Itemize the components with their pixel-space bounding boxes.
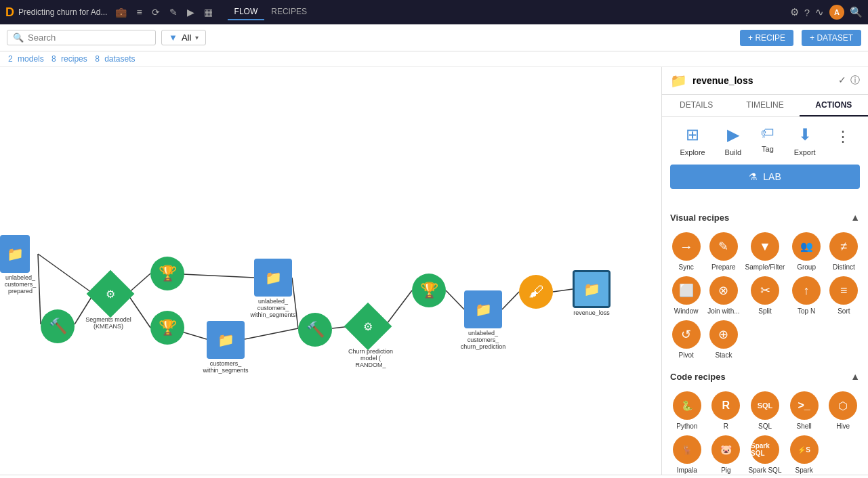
recipe-join[interactable]: ⊗ Join with... <box>707 276 739 315</box>
export-label: Export <box>794 148 816 156</box>
recipe-prepare[interactable]: ✎ Prepare <box>707 232 739 271</box>
svg-line-11 <box>502 292 519 309</box>
recipe-pig[interactable]: 🐷 Pig <box>709 435 743 475</box>
stack-label: Stack <box>715 351 732 359</box>
nav-flow[interactable]: FLOW <box>228 4 265 20</box>
recipe-r[interactable]: R R <box>709 391 743 430</box>
recipe-sparksql[interactable]: Spark SQL Spark SQL <box>748 435 782 475</box>
filter-label: All <box>182 32 191 43</box>
topn-icon: ↑ <box>792 276 821 305</box>
list-icon[interactable]: ≡ <box>132 4 146 20</box>
svg-line-0 <box>38 254 94 294</box>
trophy-icon: 🏆 <box>159 265 177 282</box>
hammer-icon: 🔨 <box>49 318 67 335</box>
trophy-icon-3: 🏆 <box>420 282 438 299</box>
recipe-distinct[interactable]: ≠ Distinct <box>828 232 860 271</box>
activity-icon[interactable]: ∿ <box>815 6 824 18</box>
dataset-customers-within[interactable]: 📁 <box>207 321 245 359</box>
folder-icon-3: 📁 <box>218 332 234 348</box>
user-avatar[interactable]: A <box>829 5 844 20</box>
dataset-unlabeled-prepared[interactable]: 📁 <box>0 235 30 273</box>
recipe-stack[interactable]: ⊕ Stack <box>707 320 739 359</box>
briefcase-icon[interactable]: 💼 <box>111 4 131 20</box>
refresh-icon[interactable]: ⟳ <box>148 4 164 20</box>
info-icon[interactable]: ⓘ <box>850 74 860 87</box>
lab-button[interactable]: ⚗ LAB <box>670 165 860 189</box>
chevron-down-icon: ▾ <box>195 34 199 41</box>
app-logo: D <box>5 5 14 20</box>
checkmark-icon[interactable]: ✓ <box>838 74 846 87</box>
label-customers-within: customers_within_segments <box>199 360 253 374</box>
edit-icon[interactable]: ✎ <box>165 4 182 20</box>
action-explore[interactable]: ⊞ Explore <box>680 125 705 156</box>
action-build[interactable]: ▶ Build <box>725 125 741 156</box>
action-export[interactable]: ⬇ Export <box>794 125 816 156</box>
settings-icon[interactable]: ⚙ <box>790 6 799 18</box>
recipes-link[interactable]: 8 recipes <box>51 54 90 64</box>
prepare-icon: ✎ <box>709 232 738 261</box>
recipe-sort[interactable]: ≡ Sort <box>828 276 860 315</box>
tab-details[interactable]: DETAILS <box>662 95 730 116</box>
sort-label: Sort <box>838 307 850 315</box>
join-icon: ⊗ <box>709 276 738 305</box>
action-tag[interactable]: 🏷 Tag <box>761 125 774 153</box>
search-topbar-icon[interactable]: 🔍 <box>850 6 863 18</box>
recipe-paint[interactable]: 🖌 <box>519 275 553 309</box>
dataset-revenue-loss[interactable]: 📁 <box>573 270 611 308</box>
recipe-prediction[interactable]: ⚙ <box>344 303 392 351</box>
tag-icon: 🏷 <box>761 125 774 141</box>
models-link[interactable]: 2 models <box>8 54 47 64</box>
recipe-sql[interactable]: SQL SQL <box>748 391 782 430</box>
rp-header-icons: ✓ ⓘ <box>838 74 860 87</box>
recipe-window[interactable]: ⬜ Window <box>670 276 702 315</box>
recipe-impala[interactable]: 🦌 Impala <box>670 435 704 475</box>
sparkscala-label: Spark Scala <box>787 466 821 475</box>
recipe-split[interactable]: ✂ Split <box>745 276 785 315</box>
flow-canvas[interactable]: 📁 unlabeled_customers_prepared 🔨 ⚙ Segme… <box>0 67 661 475</box>
rp-actions-content: ⊞ Explore ▶ Build 🏷 Tag ⬇ Export ⋮ <box>662 117 868 208</box>
recipe-hive[interactable]: ⬡ Hive <box>826 391 860 430</box>
recipe-hammer-2[interactable]: 🔨 <box>298 313 332 347</box>
recipe-python[interactable]: 🐍 Python <box>670 391 704 430</box>
recipe-trophy-1[interactable]: 🏆 <box>150 257 184 290</box>
recipe-group[interactable]: 👥 Group <box>790 232 822 271</box>
filter-dropdown[interactable]: ▼ All ▾ <box>161 30 206 45</box>
r-label: R <box>724 422 728 430</box>
sync-icon: → <box>672 232 701 261</box>
recipe-pivot[interactable]: ↺ Pivot <box>670 320 702 359</box>
label-revenue-loss: revenue_loss <box>564 309 619 316</box>
collapse-visual-icon[interactable]: ▲ <box>850 212 860 223</box>
recipe-trophy-2[interactable]: 🏆 <box>150 311 184 345</box>
recipe-sparkscala[interactable]: ⚡S Spark Scala <box>787 435 821 475</box>
more-icon[interactable]: ⋮ <box>835 128 850 146</box>
collapse-code-icon[interactable]: ▲ <box>850 371 860 382</box>
recipe-trophy-3[interactable]: 🏆 <box>412 274 446 307</box>
add-recipe-button[interactable]: + RECIPE <box>740 30 793 46</box>
add-dataset-button[interactable]: + DATASET <box>802 30 861 46</box>
topbar-right: ⚙ ? ∿ A 🔍 <box>790 5 863 20</box>
recipe-sample-filter[interactable]: ▼ Sample/Filter <box>745 232 785 271</box>
grid-icon[interactable]: ▦ <box>200 4 217 20</box>
recipe-hammer-1[interactable]: 🔨 <box>41 309 75 343</box>
recipe-sync[interactable]: → Sync <box>670 232 702 271</box>
play-icon[interactable]: ▶ <box>183 4 199 20</box>
rp-title: revenue_loss <box>693 75 833 86</box>
search-input[interactable] <box>28 32 150 43</box>
tab-timeline[interactable]: TIMELINE <box>730 95 799 116</box>
recipe-kmeans[interactable]: ⚙ <box>87 270 135 318</box>
recipe-shell[interactable]: >_ Shell <box>787 391 821 430</box>
dataset-unlabeled-within[interactable]: 📁 <box>254 259 292 297</box>
recipe-topn[interactable]: ↑ Top N <box>790 276 822 315</box>
folder-icon: 📁 <box>7 246 24 262</box>
topbar: D Predicting churn for Ad... 💼 ≡ ⟳ ✎ ▶ ▦… <box>0 0 868 24</box>
datasets-link[interactable]: 8 datasets <box>95 54 138 64</box>
impala-label: Impala <box>677 466 697 474</box>
tab-actions[interactable]: ACTIONS <box>800 95 868 116</box>
dataset-unlabeled-churn[interactable]: 📁 <box>464 290 502 328</box>
help-icon[interactable]: ? <box>804 7 810 18</box>
search-box[interactable]: 🔍 <box>7 30 156 45</box>
impala-icon: 🦌 <box>673 435 701 464</box>
build-label: Build <box>725 148 741 156</box>
build-icon: ▶ <box>727 125 739 144</box>
nav-recipes[interactable]: RECIPES <box>264 4 314 20</box>
